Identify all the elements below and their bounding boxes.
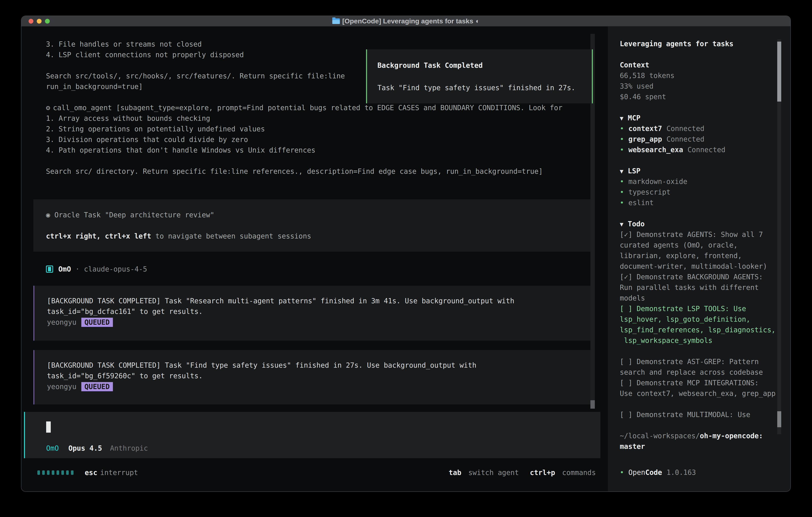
mcp-status: Connected [667,125,704,133]
chat-area: 3. File handles or streams not closed 4.… [21,27,608,492]
lsp-section-heading[interactable]: ▼LSP [620,166,790,176]
titlebar: [OpenCode] Leveraging agents for tasks ◐ [21,16,790,27]
lsp-name: eslint [628,199,654,207]
agent-name: OmO [58,265,71,273]
terminal-line: 3. File handles or streams not closed [46,39,562,50]
todo-line: [ ] Demonstrate MULTIMODAL: Use [620,409,790,420]
minimize-button[interactable] [37,19,41,24]
todo-section-heading[interactable]: ▼Todo [620,219,790,229]
queued-badge: QUEUED [81,382,113,391]
omo-agent-icon [46,266,53,273]
status-dot-icon: • [620,188,624,196]
task-meta: yeongyu QUEUED [47,381,591,392]
task-message-line: [BACKGROUND TASK COMPLETED] Task "Find t… [47,360,591,371]
terminal-line: 2. String operations on potentially unde… [46,124,562,134]
todo-line: search and replace across codebase [620,367,790,378]
sidebar: Leveraging agents for tasks Context 66,5… [608,27,790,492]
oracle-icon: ◉ [46,211,50,219]
chat-scrollbar-thumb[interactable] [590,400,595,409]
terminal-line [46,156,562,166]
hint-keys: ctrl+x right, ctrl+x left [46,232,151,240]
todo-line: Use context7, websearch_exa, grep_app [620,388,790,399]
lsp-name: typescript [628,188,670,196]
agent-header: OmO · claude-opus-4-5 [46,264,147,274]
status-dot-icon: • [620,199,624,207]
todo-line: [ ] Demonstrate AST-GREP: Pattern [620,356,790,367]
prompt-input[interactable]: OmO Opus 4.5 Anthropic [24,412,601,458]
status-dot-icon: • [620,178,624,186]
folder-icon [332,19,340,24]
lsp-name: markdown-oxide [628,178,687,186]
input-provider-label: Anthropic [110,444,148,452]
input-model-label: Opus 4.5 [68,444,102,452]
esc-key-hint: esc [85,469,97,477]
session-title: Leveraging agents for tasks [620,38,790,49]
notification-body: Task "Find type safety issues" finished … [377,83,592,93]
maximize-button[interactable] [45,19,50,24]
tab-key-hint: tab [449,469,461,477]
spacer [46,220,591,231]
mcp-name: context7 [628,125,662,133]
mcp-name: websearch_exa [628,146,683,154]
sidebar-content: Leveraging agents for tasks Context 66,5… [608,27,790,478]
todo-scrollbar-thumb[interactable] [777,411,781,427]
tool-call-text: call_omo_agent [subagent_type=explore, p… [53,104,562,112]
todo-line: [ ] Demonstrate MCP INTEGRATIONS: [620,378,790,388]
mcp-item: •grep_appConnected [620,134,790,144]
lsp-item: •markdown-oxide [620,176,790,187]
todo-line-active: [ ] Demonstrate LSP TOOLS: Use [620,303,790,314]
status-left: esc interrupt [37,467,138,478]
status-dot-icon: • [620,125,624,133]
task-user: yeongyu [47,318,77,326]
version-name-regular: Open [628,468,645,477]
opencode-window: [OpenCode] Leveraging agents for tasks ◐… [21,16,791,492]
mcp-name: grep_app [628,135,662,143]
status-dot-icon: • [620,146,624,154]
traffic-lights [29,16,50,26]
status-dot-icon: • [620,135,624,143]
commands-key-label: commands [562,469,596,477]
mcp-heading-label: MCP [628,114,640,122]
lsp-item: •eslint [620,197,790,208]
context-spent: $0.46 spent [620,91,790,102]
task-message-line: task_id="bg_6f59260c" to get results. [47,371,591,381]
content: 3. File handles or streams not closed 4.… [21,27,790,492]
todo-line-active: lsp_find_references, lsp_diagnostics, [620,325,790,335]
separator-dot: · [75,265,80,273]
close-button[interactable] [29,19,33,24]
task-user: yeongyu [47,383,77,391]
task-message-line: task_id="bg_dcfac161" to get results. [47,306,591,317]
terminal-line: 4. Path operations that don't handle Win… [46,145,562,156]
chevron-down-icon: ▼ [620,115,624,122]
todo-heading-label: Todo [628,220,644,228]
working-spinner-dots [37,470,74,475]
workspace-repo: oh-my-opencode: [700,432,763,440]
mcp-item: •context7Connected [620,124,790,134]
subagent-hint: ctrl+x right, ctrl+x left to navigate be… [46,231,591,242]
tool-call-line: ⚙call_omo_agent [subagent_type=explore, … [46,103,562,113]
window-title: [OpenCode] Leveraging agents for tasks [342,17,473,25]
mcp-section-heading[interactable]: ▼MCP [620,113,790,124]
workspace-path: ~/local-workspaces/oh-my-opencode: [620,431,790,441]
chevron-down-icon: ▼ [620,221,624,228]
oracle-task-panel: ◉ Oracle Task "Deep architecture review"… [33,199,591,252]
mcp-item: •websearch_exaConnected [620,144,790,155]
gear-icon: ⚙ [46,104,50,112]
esc-key-label: interrupt [100,469,138,477]
lsp-item: •typescript [620,187,790,197]
lsp-heading-label: LSP [628,167,640,175]
version-row: •OpenCode1.0.163 [620,467,790,478]
sidebar-scrollbar[interactable] [777,39,781,434]
todo-line: Run parallel tasks with different [620,282,790,293]
notification-title: Background Task Completed [377,60,592,71]
agent-model: claude-opus-4-5 [84,265,147,273]
sidebar-scrollbar-thumb[interactable] [777,42,781,102]
todo-line: [✓] Demonstrate AGENTS: Show all 7 [620,229,790,240]
todo-line: document-writer, multimodal-looker) [620,261,790,272]
todo-line-active: lsp_workspace_symbols [620,335,790,346]
background-task-message: [BACKGROUND TASK COMPLETED] Task "Find t… [33,350,591,404]
input-agent-label: OmO [46,444,59,452]
hint-rest: to navigate between subagent sessions [151,232,311,240]
notification-toast: Background Task Completed Task "Find typ… [366,49,593,103]
mcp-status: Connected [688,146,725,154]
